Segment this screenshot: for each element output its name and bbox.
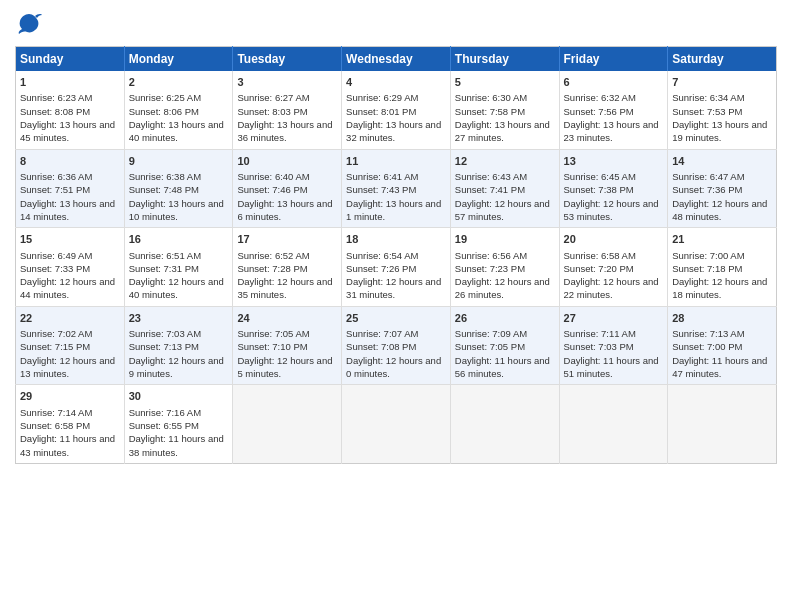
sunrise-text: Sunrise: 6:27 AM (237, 92, 309, 103)
sunrise-text: Sunrise: 6:49 AM (20, 250, 92, 261)
day-number: 9 (129, 154, 229, 169)
calendar-cell: 6Sunrise: 6:32 AMSunset: 7:56 PMDaylight… (559, 71, 668, 149)
page: SundayMondayTuesdayWednesdayThursdayFrid… (0, 0, 792, 612)
day-number: 12 (455, 154, 555, 169)
sunrise-text: Sunrise: 6:45 AM (564, 171, 636, 182)
sunrise-text: Sunrise: 6:54 AM (346, 250, 418, 261)
calendar-cell: 16Sunrise: 6:51 AMSunset: 7:31 PMDayligh… (124, 228, 233, 307)
day-number: 19 (455, 232, 555, 247)
daylight-text: Daylight: 12 hours and 5 minutes. (237, 355, 332, 379)
sunrise-text: Sunrise: 7:14 AM (20, 407, 92, 418)
day-number: 21 (672, 232, 772, 247)
day-number: 4 (346, 75, 446, 90)
sunset-text: Sunset: 7:56 PM (564, 106, 634, 117)
calendar-cell: 14Sunrise: 6:47 AMSunset: 7:36 PMDayligh… (668, 149, 777, 228)
sunrise-text: Sunrise: 7:09 AM (455, 328, 527, 339)
daylight-text: Daylight: 12 hours and 9 minutes. (129, 355, 224, 379)
weekday-sunday: Sunday (16, 47, 125, 72)
sunrise-text: Sunrise: 6:40 AM (237, 171, 309, 182)
sunset-text: Sunset: 7:20 PM (564, 263, 634, 274)
sunset-text: Sunset: 7:38 PM (564, 184, 634, 195)
daylight-text: Daylight: 13 hours and 10 minutes. (129, 198, 224, 222)
sunrise-text: Sunrise: 7:02 AM (20, 328, 92, 339)
calendar-cell: 18Sunrise: 6:54 AMSunset: 7:26 PMDayligh… (342, 228, 451, 307)
daylight-text: Daylight: 11 hours and 56 minutes. (455, 355, 550, 379)
sunset-text: Sunset: 7:28 PM (237, 263, 307, 274)
sunset-text: Sunset: 8:08 PM (20, 106, 90, 117)
sunset-text: Sunset: 7:36 PM (672, 184, 742, 195)
sunrise-text: Sunrise: 6:51 AM (129, 250, 201, 261)
daylight-text: Daylight: 12 hours and 53 minutes. (564, 198, 659, 222)
sunset-text: Sunset: 7:08 PM (346, 341, 416, 352)
sunrise-text: Sunrise: 6:25 AM (129, 92, 201, 103)
day-number: 5 (455, 75, 555, 90)
sunrise-text: Sunrise: 6:36 AM (20, 171, 92, 182)
day-number: 2 (129, 75, 229, 90)
sunset-text: Sunset: 7:33 PM (20, 263, 90, 274)
sunrise-text: Sunrise: 6:32 AM (564, 92, 636, 103)
sunrise-text: Sunrise: 7:00 AM (672, 250, 744, 261)
sunset-text: Sunset: 7:58 PM (455, 106, 525, 117)
day-number: 16 (129, 232, 229, 247)
calendar-cell: 5Sunrise: 6:30 AMSunset: 7:58 PMDaylight… (450, 71, 559, 149)
day-number: 25 (346, 311, 446, 326)
calendar-cell: 12Sunrise: 6:43 AMSunset: 7:41 PMDayligh… (450, 149, 559, 228)
weekday-friday: Friday (559, 47, 668, 72)
calendar-table: SundayMondayTuesdayWednesdayThursdayFrid… (15, 46, 777, 464)
sunrise-text: Sunrise: 6:58 AM (564, 250, 636, 261)
calendar-cell: 23Sunrise: 7:03 AMSunset: 7:13 PMDayligh… (124, 306, 233, 385)
sunrise-text: Sunrise: 6:38 AM (129, 171, 201, 182)
calendar-week-row: 8Sunrise: 6:36 AMSunset: 7:51 PMDaylight… (16, 149, 777, 228)
sunrise-text: Sunrise: 6:29 AM (346, 92, 418, 103)
daylight-text: Daylight: 12 hours and 57 minutes. (455, 198, 550, 222)
sunset-text: Sunset: 7:46 PM (237, 184, 307, 195)
calendar-cell: 17Sunrise: 6:52 AMSunset: 7:28 PMDayligh… (233, 228, 342, 307)
daylight-text: Daylight: 13 hours and 40 minutes. (129, 119, 224, 143)
sunset-text: Sunset: 7:26 PM (346, 263, 416, 274)
sunset-text: Sunset: 7:03 PM (564, 341, 634, 352)
sunset-text: Sunset: 7:15 PM (20, 341, 90, 352)
sunset-text: Sunset: 7:48 PM (129, 184, 199, 195)
daylight-text: Daylight: 12 hours and 13 minutes. (20, 355, 115, 379)
daylight-text: Daylight: 11 hours and 51 minutes. (564, 355, 659, 379)
logo-icon (15, 10, 43, 38)
calendar-cell: 9Sunrise: 6:38 AMSunset: 7:48 PMDaylight… (124, 149, 233, 228)
sunrise-text: Sunrise: 6:43 AM (455, 171, 527, 182)
sunrise-text: Sunrise: 7:05 AM (237, 328, 309, 339)
calendar-week-row: 1Sunrise: 6:23 AMSunset: 8:08 PMDaylight… (16, 71, 777, 149)
sunset-text: Sunset: 7:51 PM (20, 184, 90, 195)
sunrise-text: Sunrise: 6:34 AM (672, 92, 744, 103)
daylight-text: Daylight: 11 hours and 43 minutes. (20, 433, 115, 457)
sunrise-text: Sunrise: 7:11 AM (564, 328, 636, 339)
sunset-text: Sunset: 7:13 PM (129, 341, 199, 352)
sunset-text: Sunset: 7:10 PM (237, 341, 307, 352)
day-number: 13 (564, 154, 664, 169)
day-number: 10 (237, 154, 337, 169)
sunset-text: Sunset: 6:55 PM (129, 420, 199, 431)
calendar-cell: 8Sunrise: 6:36 AMSunset: 7:51 PMDaylight… (16, 149, 125, 228)
sunset-text: Sunset: 6:58 PM (20, 420, 90, 431)
daylight-text: Daylight: 12 hours and 48 minutes. (672, 198, 767, 222)
sunrise-text: Sunrise: 6:41 AM (346, 171, 418, 182)
calendar-cell (342, 385, 451, 464)
weekday-thursday: Thursday (450, 47, 559, 72)
day-number: 28 (672, 311, 772, 326)
header (15, 10, 777, 38)
sunset-text: Sunset: 8:03 PM (237, 106, 307, 117)
sunset-text: Sunset: 7:05 PM (455, 341, 525, 352)
daylight-text: Daylight: 12 hours and 44 minutes. (20, 276, 115, 300)
calendar-cell: 3Sunrise: 6:27 AMSunset: 8:03 PMDaylight… (233, 71, 342, 149)
calendar-cell: 25Sunrise: 7:07 AMSunset: 7:08 PMDayligh… (342, 306, 451, 385)
sunrise-text: Sunrise: 6:56 AM (455, 250, 527, 261)
calendar-header: SundayMondayTuesdayWednesdayThursdayFrid… (16, 47, 777, 72)
sunrise-text: Sunrise: 7:16 AM (129, 407, 201, 418)
daylight-text: Daylight: 12 hours and 22 minutes. (564, 276, 659, 300)
daylight-text: Daylight: 13 hours and 6 minutes. (237, 198, 332, 222)
calendar-cell: 13Sunrise: 6:45 AMSunset: 7:38 PMDayligh… (559, 149, 668, 228)
calendar-cell: 21Sunrise: 7:00 AMSunset: 7:18 PMDayligh… (668, 228, 777, 307)
day-number: 18 (346, 232, 446, 247)
calendar-cell: 28Sunrise: 7:13 AMSunset: 7:00 PMDayligh… (668, 306, 777, 385)
sunrise-text: Sunrise: 6:47 AM (672, 171, 744, 182)
daylight-text: Daylight: 12 hours and 40 minutes. (129, 276, 224, 300)
daylight-text: Daylight: 12 hours and 18 minutes. (672, 276, 767, 300)
